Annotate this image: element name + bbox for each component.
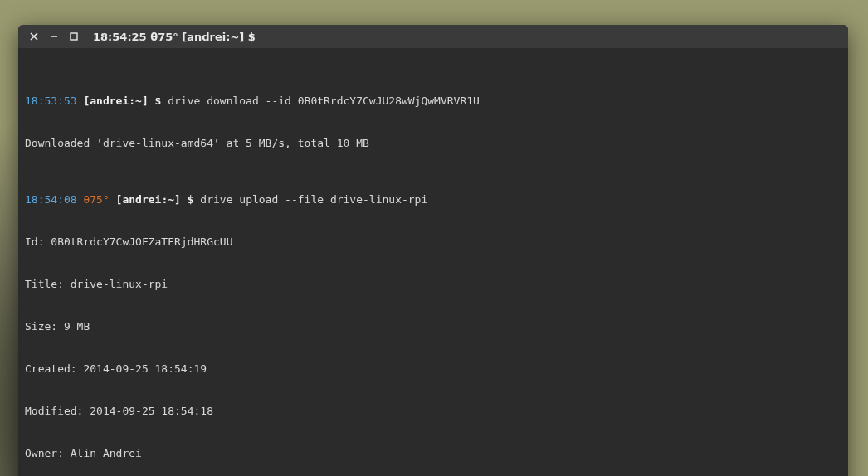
meta-title: drive-linux-rpi	[71, 278, 168, 290]
command-text: drive upload --file drive-linux-rpi	[200, 193, 427, 206]
desktop-wallpaper: 18:54:25 θ75° [andrei:~] $ 18:53:53 [and…	[0, 0, 868, 476]
meta-id: 0B0tRrdcY7CwJOFZaTERjdHRGcUU	[51, 236, 232, 248]
timestamp: 18:54:08	[25, 193, 77, 206]
output-line: Created: 2014-09-25 18:54:19	[25, 362, 841, 376]
output-line: Size: 9 MB	[25, 319, 841, 333]
prompt-location: [andrei:~] $	[83, 95, 161, 107]
output-line: Owner: Alin Andrei	[25, 446, 841, 460]
output-line: Title: drive-linux-rpi	[25, 277, 841, 291]
temperature: θ75°	[83, 193, 109, 206]
minimize-icon[interactable]	[48, 31, 60, 42]
command-text: drive download --id 0B0tRrdcY7CwJU28wWjQ…	[168, 95, 480, 107]
terminal-window: 18:54:25 θ75° [andrei:~] $ 18:53:53 [and…	[18, 25, 848, 476]
window-titlebar[interactable]: 18:54:25 θ75° [andrei:~] $	[18, 25, 848, 48]
close-icon[interactable]	[28, 31, 40, 42]
window-controls	[18, 31, 88, 42]
meta-owner: Alin Andrei	[71, 447, 142, 459]
terminal-body[interactable]: 18:53:53 [andrei:~] $ drive download --i…	[18, 48, 848, 476]
meta-size: 9 MB	[64, 320, 90, 333]
output-line: Downloaded 'drive-linux-amd64' at 5 MB/s…	[25, 136, 841, 150]
output-line: Modified: 2014-09-25 18:54:18	[25, 404, 841, 418]
svg-rect-0	[71, 33, 77, 40]
prompt-location: [andrei:~] $	[116, 193, 194, 206]
window-title: 18:54:25 θ75° [andrei:~] $	[88, 31, 256, 43]
maximize-icon[interactable]	[68, 31, 80, 42]
output-line: Id: 0B0tRrdcY7CwJOFZaTERjdHRGcUU	[25, 235, 841, 249]
prompt-line: 18:54:08 θ75° [andrei:~] $ drive upload …	[25, 192, 841, 206]
meta-created: 2014-09-25 18:54:19	[83, 362, 207, 375]
timestamp: 18:53:53	[25, 95, 77, 107]
meta-modified: 2014-09-25 18:54:18	[90, 405, 213, 417]
prompt-line: 18:53:53 [andrei:~] $ drive download --i…	[25, 94, 841, 108]
